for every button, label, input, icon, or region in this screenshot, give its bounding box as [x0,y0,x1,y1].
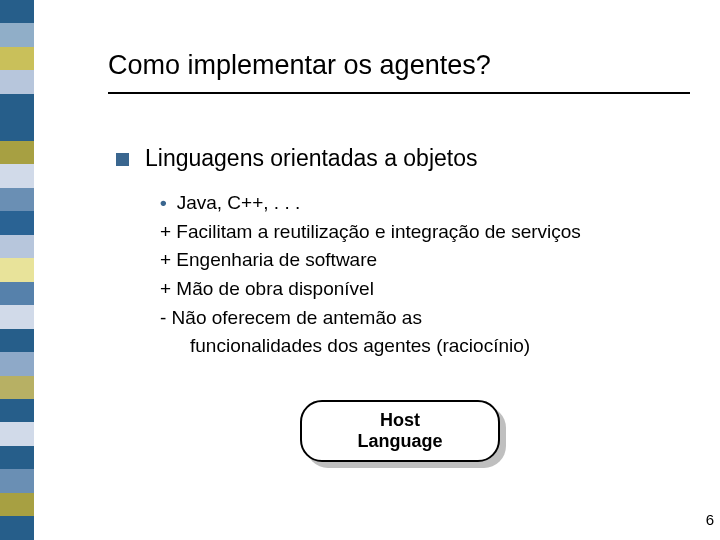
stripe-segment [0,47,34,70]
section-heading: Linguagens orientadas a objetos [145,145,477,172]
list-item-continuation: funcionalidades dos agentes (raciocínio) [160,333,660,359]
list-item: + Facilitam a reutilização e integração … [160,219,660,245]
decorative-stripe [0,0,34,540]
stripe-segment [0,94,34,117]
stripe-segment [0,117,34,140]
stripe-segment [0,376,34,399]
box-face: Host Language [300,400,500,462]
stripe-segment [0,516,34,539]
stripe-segment [0,469,34,492]
title-underline [108,92,690,94]
list-item: + Mão de obra disponível [160,276,660,302]
bullet-level2-list: • Java, C++, . . . + Facilitam a reutili… [160,190,660,362]
page-number: 6 [706,511,714,528]
stripe-segment [0,352,34,375]
list-text: Java, C++, . . . [177,190,301,216]
host-language-box: Host Language [300,400,500,462]
stripe-segment [0,446,34,469]
stripe-segment [0,0,34,23]
slide-title: Como implementar os agentes? [108,50,680,81]
stripe-segment [0,211,34,234]
stripe-segment [0,329,34,352]
dot-bullet-icon: • [160,190,167,216]
stripe-segment [0,493,34,516]
stripe-segment [0,188,34,211]
stripe-segment [0,282,34,305]
list-item: - Não oferecem de antemão as [160,305,660,331]
stripe-segment [0,23,34,46]
stripe-segment [0,164,34,187]
square-bullet-icon [116,153,129,166]
host-line1: Host [380,410,420,431]
list-item: • Java, C++, . . . [160,190,660,216]
stripe-segment [0,235,34,258]
host-line2: Language [357,431,442,452]
stripe-segment [0,305,34,328]
stripe-segment [0,422,34,445]
slide: Como implementar os agentes? Linguagens … [0,0,720,540]
stripe-segment [0,141,34,164]
stripe-segment [0,399,34,422]
title-row: Como implementar os agentes? [108,50,680,81]
stripe-segment [0,70,34,93]
list-item: + Engenharia de software [160,247,660,273]
bullet-level1: Linguagens orientadas a objetos [116,145,477,172]
stripe-segment [0,258,34,281]
